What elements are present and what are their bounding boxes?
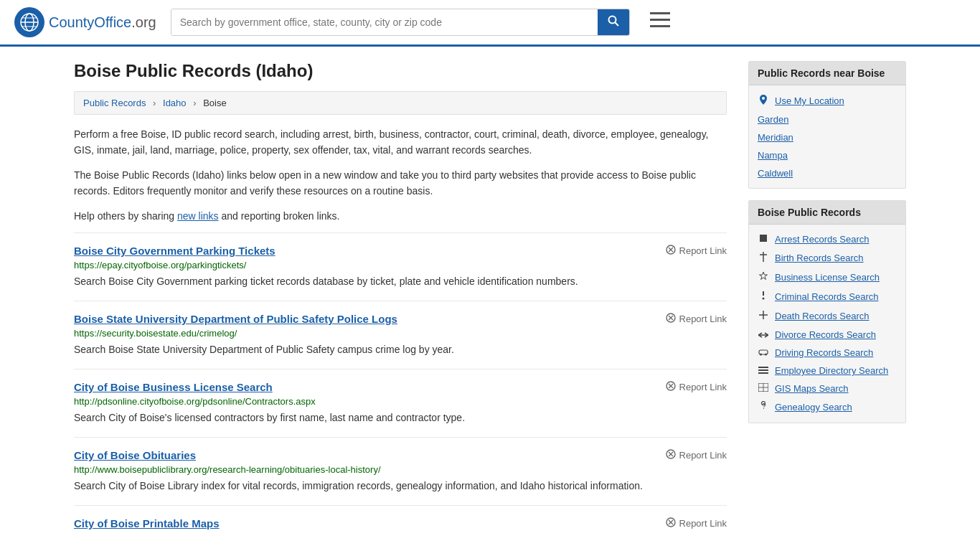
location-icon	[758, 95, 769, 107]
record-url[interactable]: https://security.boisestate.edu/crimelog…	[74, 328, 727, 339]
svg-text:?: ?	[762, 402, 766, 410]
report-link[interactable]: Report Link	[666, 517, 727, 529]
boise-records-title: Boise Public Records	[749, 201, 905, 225]
nearby-link[interactable]: Meridian	[758, 132, 793, 143]
sidebar-record-link[interactable]: Genealogy Search	[775, 402, 852, 413]
report-icon	[666, 449, 676, 461]
svg-point-30	[763, 298, 765, 300]
logo[interactable]: CountyOffice.org	[14, 7, 156, 37]
report-icon	[666, 245, 676, 257]
breadcrumb-idaho[interactable]: Idaho	[163, 98, 187, 108]
record-type-icon	[758, 383, 769, 394]
sidebar-record-link[interactable]: GIS Maps Search	[775, 383, 849, 394]
sidebar-use-location[interactable]: Use My Location	[749, 91, 905, 110]
breadcrumb-public-records[interactable]: Public Records	[83, 98, 146, 108]
nearby-link[interactable]: Caldwell	[758, 168, 793, 179]
svg-rect-43	[758, 372, 768, 374]
record-type-icon	[758, 310, 769, 322]
new-links-link[interactable]: new links	[177, 210, 219, 222]
content-area: Boise Public Records (Idaho) Public Reco…	[74, 61, 727, 544]
svg-rect-9	[650, 25, 670, 27]
report-icon	[666, 517, 676, 529]
svg-rect-7	[650, 12, 670, 14]
record-type-icon	[758, 365, 769, 376]
sidebar-record-birth-records-search[interactable]: Birth Records Search	[749, 248, 905, 268]
record-type-icon	[758, 252, 769, 264]
sidebar-record-gis-maps-search[interactable]: GIS Maps Search	[749, 380, 905, 397]
boise-records-section: Boise Public Records Arrest Records Sear…	[748, 200, 906, 423]
sidebar-record-driving-records-search[interactable]: Driving Records Search	[749, 344, 905, 362]
record-type-icon: ?	[758, 401, 769, 413]
sidebar-nearby-nampa[interactable]: Nampa	[749, 146, 905, 164]
nearby-section: Public Records near Boise Use My Locatio…	[748, 61, 906, 189]
record-entry: Boise State University Department of Pub…	[74, 301, 727, 369]
sidebar-record-business-license-search[interactable]: Business License Search	[749, 268, 905, 287]
sidebar-record-death-records-search[interactable]: Death Records Search	[749, 306, 905, 326]
sidebar-nearby-caldwell[interactable]: Caldwell	[749, 164, 905, 182]
logo-icon	[14, 7, 44, 37]
record-type-icon	[758, 234, 769, 245]
svg-point-25	[762, 97, 765, 100]
sidebar-nearby-garden[interactable]: Garden	[749, 110, 905, 128]
logo-text: CountyOffice.org	[49, 14, 156, 31]
sidebar-record-divorce-records-search[interactable]: Divorce Records Search	[749, 326, 905, 344]
record-title[interactable]: City of Boise Obituaries	[74, 449, 196, 461]
report-link[interactable]: Report Link	[666, 245, 727, 257]
record-url[interactable]: http://www.boisepubliclibrary.org/resear…	[74, 464, 727, 475]
record-desc: Search City of Boise Library index for v…	[74, 479, 727, 494]
report-icon	[666, 313, 676, 325]
description-2: The Boise Public Records (Idaho) links b…	[74, 167, 727, 199]
svg-point-40	[765, 354, 767, 356]
sidebar-record-arrest-records-search[interactable]: Arrest Records Search	[749, 230, 905, 248]
use-location-link[interactable]: Use My Location	[775, 95, 844, 106]
breadcrumb: Public Records › Idaho › Boise	[74, 91, 727, 115]
sidebar-record-link[interactable]: Divorce Records Search	[775, 329, 876, 340]
sidebar-nearby-meridian[interactable]: Meridian	[749, 128, 905, 146]
report-link[interactable]: Report Link	[666, 381, 727, 393]
search-button[interactable]	[598, 9, 629, 35]
nearby-link[interactable]: Garden	[758, 114, 788, 125]
record-title[interactable]: Boise City Government Parking Tickets	[74, 245, 275, 257]
hamburger-button[interactable]	[644, 9, 676, 35]
report-link[interactable]: Report Link	[666, 449, 727, 461]
record-type-icon	[758, 329, 769, 340]
sidebar-record-link[interactable]: Driving Records Search	[775, 347, 873, 358]
record-desc: Search Boise State University Department…	[74, 342, 727, 357]
nearby-title: Public Records near Boise	[749, 62, 905, 85]
search-input[interactable]	[171, 9, 598, 35]
sidebar-record-link[interactable]: Death Records Search	[775, 311, 870, 321]
report-link[interactable]: Report Link	[666, 313, 727, 325]
breadcrumb-boise: Boise	[203, 98, 227, 108]
record-entry: Boise City Government Parking Tickets Re…	[74, 232, 727, 301]
report-icon	[666, 381, 676, 393]
sidebar-record-criminal-records-search[interactable]: Criminal Records Search	[749, 287, 905, 306]
record-title[interactable]: Boise State University Department of Pub…	[74, 313, 397, 325]
record-title[interactable]: City of Boise Printable Maps	[74, 517, 220, 529]
svg-rect-42	[758, 369, 768, 371]
sidebar-record-link[interactable]: Business License Search	[775, 272, 880, 283]
sidebar-record-link[interactable]: Criminal Records Search	[775, 291, 879, 302]
description-1: Perform a free Boise, ID public record s…	[74, 126, 727, 159]
records-sidebar-items: Arrest Records Search Birth Records Sear…	[749, 225, 905, 423]
record-url[interactable]: https://epay.cityofboise.org/parkingtick…	[74, 260, 727, 270]
svg-line-6	[615, 23, 618, 27]
sidebar-record-link[interactable]: Birth Records Search	[775, 253, 864, 263]
record-entry: City of Boise Printable Maps Report Link	[74, 505, 727, 544]
sidebar: Public Records near Boise Use My Locatio…	[748, 61, 906, 544]
record-title[interactable]: City of Boise Business License Search	[74, 381, 273, 393]
sidebar-record-link[interactable]: Arrest Records Search	[775, 234, 870, 245]
svg-rect-26	[760, 235, 767, 242]
record-type-icon	[758, 347, 769, 358]
sidebar-record-link[interactable]: Employee Directory Search	[775, 365, 888, 376]
svg-point-39	[760, 354, 762, 356]
sidebar-record-employee-directory-search[interactable]: Employee Directory Search	[749, 362, 905, 380]
records-list: Boise City Government Parking Tickets Re…	[74, 232, 727, 544]
svg-rect-8	[650, 19, 670, 21]
nearby-items: Use My Location GardenMeridianNampaCaldw…	[749, 85, 905, 188]
description-3: Help others by sharing new links and rep…	[74, 208, 727, 224]
svg-point-5	[608, 17, 616, 24]
page-title: Boise Public Records (Idaho)	[74, 61, 727, 81]
record-url[interactable]: http://pdsonline.cityofboise.org/pdsonli…	[74, 396, 727, 407]
nearby-link[interactable]: Nampa	[758, 150, 788, 161]
sidebar-record-genealogy-search[interactable]: ? Genealogy Search	[749, 397, 905, 417]
